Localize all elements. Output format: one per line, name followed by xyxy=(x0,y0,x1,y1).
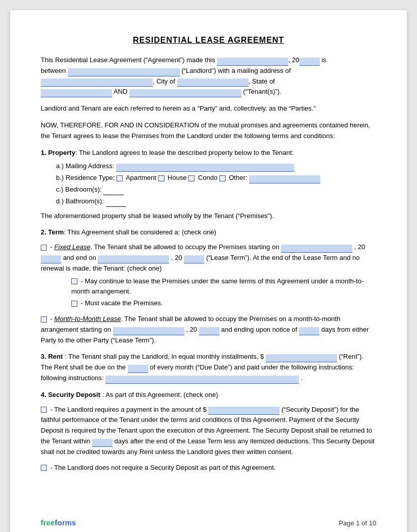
page-number: Page 1 of 10 xyxy=(339,519,376,527)
freeforms-logo: freeforms xyxy=(41,518,76,527)
section2-fixed-opt2: - Must vacate the Premises. xyxy=(71,298,376,309)
section2-fixed-options: - May continue to lease the Premises und… xyxy=(71,276,376,309)
fixed-lease-label: Fixed Lease xyxy=(54,243,91,251)
section1-c: c.) Bedroom(s): xyxy=(56,184,376,195)
landlord-name-field[interactable] xyxy=(68,68,180,76)
now-therefore: NOW, THEREFORE, FOR AND IN CONSIDERATION… xyxy=(41,120,376,142)
document-footer: freeforms Page 1 of 10 xyxy=(41,518,376,527)
section4-opt1: - The Landlord requires a payment in the… xyxy=(41,405,376,458)
condo-checkbox[interactable] xyxy=(188,175,194,181)
month-lease-checkbox[interactable] xyxy=(41,316,47,323)
tenant-name-field[interactable] xyxy=(129,89,241,97)
end-year-field[interactable] xyxy=(184,255,204,263)
security-deposit-amount[interactable] xyxy=(208,407,280,415)
intro-paragraph: This Residential Lease Agreement (“Agree… xyxy=(41,55,376,97)
end-date-field[interactable] xyxy=(98,255,169,263)
section4-opt2: - The Landlord does not require a Securi… xyxy=(41,463,376,473)
mailing-address-input[interactable] xyxy=(116,164,294,172)
month-start-field[interactable] xyxy=(113,327,184,335)
house-checkbox[interactable] xyxy=(158,175,164,181)
due-date-field[interactable] xyxy=(128,365,148,373)
section2-fixed-opt1: - May continue to lease the Premises und… xyxy=(71,276,376,298)
start-year-field[interactable] xyxy=(41,255,61,263)
year-field[interactable] xyxy=(299,58,320,66)
section1-closing: The aforementioned property shall be lea… xyxy=(41,211,376,222)
return-days-field[interactable] xyxy=(92,439,113,447)
bathrooms-input[interactable] xyxy=(106,199,126,207)
section1-d: d.) Bathroom(s): xyxy=(56,196,376,207)
section1-b: b.) Residence Type: Apartment House Cond… xyxy=(56,173,376,183)
other-input[interactable] xyxy=(249,175,320,183)
section2-fixed: - Fixed Lease. The Tenant shall be allow… xyxy=(41,242,376,309)
state-field[interactable] xyxy=(41,89,112,97)
notice-days-field[interactable] xyxy=(299,327,319,335)
month-year-field[interactable] xyxy=(199,327,219,335)
no-security-deposit-checkbox[interactable] xyxy=(41,465,47,471)
section4: 4. Security Deposit : As part of this Ag… xyxy=(41,390,376,473)
payment-instructions-field[interactable] xyxy=(105,376,299,384)
month-lease-label: Month-to-Month Lease xyxy=(54,315,121,323)
section1: 1. Property: The Landlord agrees to leas… xyxy=(41,148,376,222)
intro-line1-text: This Residential Lease Agreement (“Agree… xyxy=(41,56,215,64)
apartment-checkbox[interactable] xyxy=(117,175,123,181)
section3: 3. Rent : The Tenant shall pay the Landl… xyxy=(41,352,376,383)
party-clause: Landlord and Tenant are each referred to… xyxy=(41,103,376,114)
document-page: RESIDENTIAL LEASE AGREEMENT This Residen… xyxy=(10,10,407,532)
vacate-checkbox[interactable] xyxy=(71,301,77,307)
security-deposit-checkbox[interactable] xyxy=(41,407,47,413)
section2: 2. Term: This Agreement shall be conside… xyxy=(41,227,376,345)
date-field[interactable] xyxy=(217,58,288,66)
fixed-lease-checkbox[interactable] xyxy=(41,245,47,251)
bedrooms-input[interactable] xyxy=(103,187,124,195)
start-date-field[interactable] xyxy=(281,245,352,253)
section1-items: a.) Mailing Address: b.) Residence Type:… xyxy=(56,161,376,206)
other-checkbox[interactable] xyxy=(219,175,226,181)
rent-amount-field[interactable] xyxy=(266,354,337,362)
city-field[interactable] xyxy=(177,78,248,87)
mailing-address-field[interactable] xyxy=(41,78,153,87)
document-title: RESIDENTIAL LEASE AGREEMENT xyxy=(41,36,376,45)
section1-a: a.) Mailing Address: xyxy=(56,161,376,172)
section2-month: - Month-to-Month Lease. The Tenant shall… xyxy=(41,314,376,345)
continue-lease-checkbox[interactable] xyxy=(71,278,77,284)
